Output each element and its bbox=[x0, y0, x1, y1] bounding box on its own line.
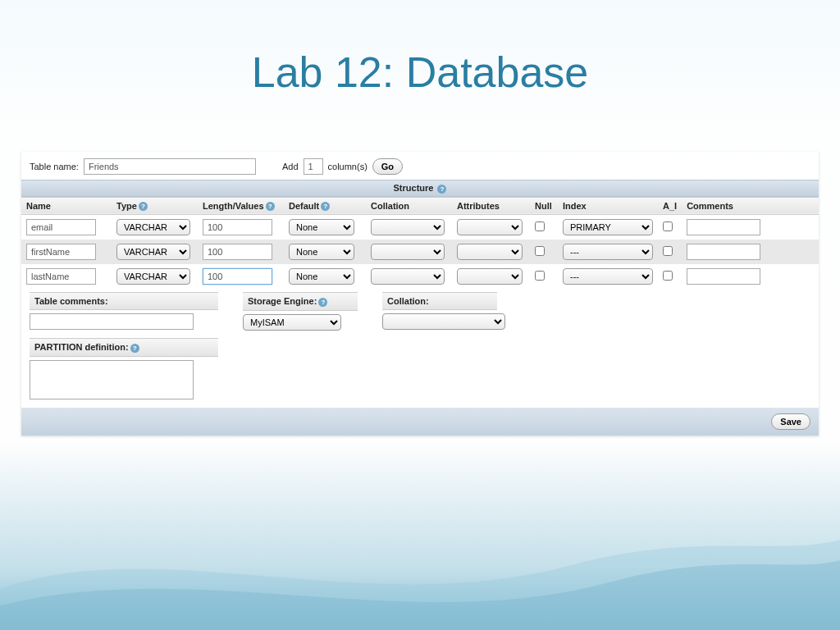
storage-engine-select[interactable]: MyISAM bbox=[243, 314, 341, 331]
table-row: VARCHARNone--- bbox=[21, 264, 819, 289]
help-icon[interactable]: ? bbox=[266, 202, 275, 211]
col-header-null: Null bbox=[530, 197, 558, 215]
slide-title: Lab 12: Database bbox=[0, 0, 840, 97]
col-header-ai: A_I bbox=[658, 197, 682, 215]
top-bar: Table name: Add column(s) Go bbox=[21, 152, 819, 180]
column-attributes-select[interactable] bbox=[457, 244, 523, 260]
column-length-input[interactable] bbox=[203, 244, 272, 260]
columns-label: column(s) bbox=[328, 162, 368, 171]
col-header-index: Index bbox=[558, 197, 658, 215]
column-comments-input[interactable] bbox=[687, 268, 760, 285]
column-default-select[interactable]: None bbox=[289, 268, 354, 285]
column-collation-select[interactable] bbox=[371, 219, 445, 235]
column-attributes-select[interactable] bbox=[457, 268, 523, 285]
column-ai-checkbox[interactable] bbox=[663, 271, 673, 281]
column-collation-select[interactable] bbox=[371, 244, 445, 260]
background-wave bbox=[0, 482, 840, 630]
table-comments-label: Table comments: bbox=[30, 292, 218, 310]
column-length-input[interactable] bbox=[203, 219, 272, 235]
column-attributes-select[interactable] bbox=[457, 219, 523, 235]
table-name-input[interactable] bbox=[84, 158, 256, 175]
col-header-collation: Collation bbox=[366, 197, 452, 215]
column-index-select[interactable]: --- bbox=[563, 268, 653, 285]
column-name-input[interactable] bbox=[26, 244, 96, 260]
storage-engine-label: Storage Engine:? bbox=[243, 292, 358, 311]
col-header-attributes: Attributes bbox=[452, 197, 530, 215]
save-button[interactable]: Save bbox=[771, 413, 810, 430]
col-header-comments: Comments bbox=[682, 197, 819, 215]
help-icon[interactable]: ? bbox=[321, 202, 330, 211]
footer-bar: Save bbox=[21, 408, 819, 436]
collation-meta-select[interactable] bbox=[382, 313, 505, 330]
column-default-select[interactable]: None bbox=[289, 219, 354, 235]
structure-header: Structure ? bbox=[21, 180, 819, 197]
column-ai-checkbox[interactable] bbox=[663, 246, 673, 256]
collation-meta-label: Collation: bbox=[382, 292, 497, 310]
column-name-input[interactable] bbox=[26, 219, 96, 235]
columns-table: Name Type? Length/Values? Default? Colla… bbox=[21, 197, 819, 290]
go-button[interactable]: Go bbox=[372, 158, 403, 175]
column-type-select[interactable]: VARCHAR bbox=[116, 268, 190, 285]
help-icon[interactable]: ? bbox=[139, 202, 148, 211]
help-icon[interactable]: ? bbox=[437, 185, 446, 194]
column-index-select[interactable]: --- bbox=[563, 244, 653, 260]
table-name-label: Table name: bbox=[30, 162, 79, 171]
column-type-select[interactable]: VARCHAR bbox=[116, 219, 190, 235]
col-header-default: Default? bbox=[284, 197, 366, 215]
col-header-type: Type? bbox=[112, 197, 198, 215]
column-name-input[interactable] bbox=[26, 268, 96, 285]
partition-label: PARTITION definition:? bbox=[30, 338, 218, 357]
column-comments-input[interactable] bbox=[687, 219, 760, 235]
add-columns-count-input[interactable] bbox=[304, 158, 323, 175]
column-ai-checkbox[interactable] bbox=[663, 221, 673, 231]
column-null-checkbox[interactable] bbox=[535, 246, 545, 256]
col-header-length: Length/Values? bbox=[198, 197, 284, 215]
column-collation-select[interactable] bbox=[371, 268, 445, 285]
column-null-checkbox[interactable] bbox=[535, 221, 545, 231]
column-comments-input[interactable] bbox=[687, 244, 760, 260]
table-comments-input[interactable] bbox=[30, 313, 194, 330]
partition-definition-input[interactable] bbox=[30, 360, 194, 399]
column-default-select[interactable]: None bbox=[289, 244, 354, 260]
column-type-select[interactable]: VARCHAR bbox=[116, 244, 190, 260]
add-label: Add bbox=[282, 162, 299, 171]
table-row: VARCHARNone--- bbox=[21, 240, 819, 264]
col-header-name: Name bbox=[21, 197, 112, 215]
table-row: VARCHARNonePRIMARY bbox=[21, 215, 819, 240]
column-index-select[interactable]: PRIMARY bbox=[563, 219, 653, 235]
help-icon[interactable]: ? bbox=[130, 344, 139, 353]
column-length-input[interactable] bbox=[203, 268, 272, 285]
help-icon[interactable]: ? bbox=[318, 298, 327, 307]
db-create-table-panel: Table name: Add column(s) Go Structure ?… bbox=[21, 152, 819, 436]
meta-row: Table comments: PARTITION definition:? S… bbox=[21, 292, 819, 404]
column-null-checkbox[interactable] bbox=[535, 271, 545, 281]
